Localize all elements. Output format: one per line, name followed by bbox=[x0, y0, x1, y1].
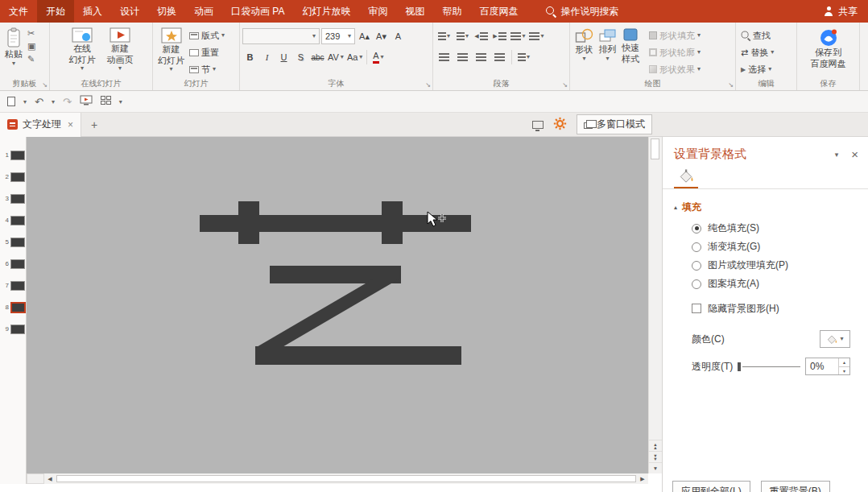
align-left-icon[interactable] bbox=[436, 50, 453, 65]
transparency-spinner[interactable]: 0% ▴ ▾ bbox=[805, 358, 850, 375]
decrease-indent-icon[interactable]: ◀ bbox=[473, 29, 490, 44]
vertical-scrollbar-thumb[interactable] bbox=[651, 139, 659, 159]
picture-texture-fill-radio[interactable]: 图片或纹理填充(P) bbox=[692, 256, 868, 275]
decrease-font-size-icon[interactable]: A▾ bbox=[374, 28, 389, 44]
strikethrough-button[interactable]: abc bbox=[310, 49, 325, 65]
clear-formatting-icon[interactable]: A bbox=[391, 28, 406, 44]
shape-outline-button[interactable]: 形状轮廓 ▾ bbox=[647, 45, 703, 60]
copy-icon[interactable]: ▣ bbox=[27, 42, 35, 51]
format-painter-icon[interactable]: ✎ bbox=[27, 55, 35, 64]
panel-close-icon[interactable]: × bbox=[851, 147, 858, 161]
align-right-icon[interactable] bbox=[473, 50, 490, 65]
online-slides-button[interactable]: 在线 幻灯片 ▾ bbox=[67, 26, 98, 73]
vertical-scrollbar[interactable]: ▴▴ ▾▾ ▼ bbox=[648, 137, 662, 473]
font-size-combo[interactable]: 239 ▾ bbox=[321, 28, 355, 44]
solid-fill-radio[interactable]: 纯色填充(S) bbox=[692, 219, 868, 238]
slide-thumbnail-3[interactable]: 3 bbox=[0, 188, 26, 209]
slide-thumbnail-2[interactable]: 2 bbox=[0, 166, 26, 188]
replace-button[interactable]: ⇄ 替换 ▾ bbox=[738, 45, 794, 60]
arrange-button[interactable]: 排列 ▾ bbox=[596, 26, 619, 76]
scroll-corner-box[interactable] bbox=[27, 473, 44, 484]
character-spacing-button[interactable]: AV▾ bbox=[327, 49, 345, 65]
cut-icon[interactable]: ✂ bbox=[27, 29, 35, 38]
reset-button[interactable]: 重置 bbox=[187, 45, 227, 60]
menu-slide-show[interactable]: 幻灯片放映 bbox=[293, 0, 359, 23]
align-center-icon[interactable] bbox=[454, 50, 471, 65]
menu-home[interactable]: 开始 bbox=[37, 0, 74, 23]
new-slide-button[interactable]: 新建 幻灯片 ▾ bbox=[155, 26, 187, 76]
color-picker-button[interactable]: ▾ bbox=[820, 330, 850, 348]
menu-insert[interactable]: 插入 bbox=[74, 0, 111, 23]
fill-tab[interactable] bbox=[674, 167, 698, 188]
slide-canvas[interactable]: 艺 bbox=[27, 137, 648, 473]
transparency-slider[interactable] bbox=[738, 361, 800, 372]
scroll-down-button[interactable]: ▼ bbox=[649, 462, 662, 473]
quick-styles-button[interactable]: 快速 样式 bbox=[619, 26, 642, 76]
numbering-icon[interactable]: ▾ bbox=[454, 29, 471, 44]
slider-thumb[interactable] bbox=[738, 362, 741, 371]
increase-indent-icon[interactable]: ▶ bbox=[491, 29, 508, 44]
pattern-fill-radio[interactable]: 图案填充(A) bbox=[692, 275, 868, 293]
horizontal-scrollbar[interactable]: ◀ ▶ bbox=[44, 473, 648, 484]
slide-thumbnail-6[interactable]: 6 bbox=[0, 253, 26, 275]
grid-view-icon[interactable] bbox=[101, 96, 111, 107]
undo-dropdown-icon[interactable]: ▾ bbox=[52, 98, 55, 105]
justify-icon[interactable] bbox=[491, 50, 508, 65]
slide-thumbnail-5[interactable]: 5 bbox=[0, 231, 26, 253]
find-button[interactable]: 查找 bbox=[738, 28, 794, 43]
increase-font-size-icon[interactable]: A▴ bbox=[357, 28, 372, 44]
bold-button[interactable]: B bbox=[242, 49, 258, 65]
shapes-button[interactable]: 形状 ▾ bbox=[572, 26, 596, 76]
menu-review[interactable]: 审阅 bbox=[359, 0, 396, 23]
previous-slide-button[interactable]: ▴▴ bbox=[649, 440, 662, 451]
menu-baidu-netdisk[interactable]: 百度网盘 bbox=[470, 0, 527, 23]
panel-options-icon[interactable]: ▾ bbox=[835, 151, 839, 159]
columns-icon[interactable]: ▾ bbox=[515, 50, 532, 65]
settings-gear-icon[interactable] bbox=[553, 117, 567, 133]
spinner-up-icon[interactable]: ▴ bbox=[839, 358, 849, 367]
select-button[interactable]: ▶ 选择 ▾ bbox=[738, 62, 794, 76]
customize-quick-access-icon[interactable]: ▾ bbox=[119, 98, 122, 105]
scroll-left-button[interactable]: ◀ bbox=[44, 476, 56, 482]
share-button[interactable]: 共享 bbox=[813, 0, 868, 23]
new-tab-button[interactable]: + bbox=[85, 115, 104, 134]
section-button[interactable]: 节 ▾ bbox=[187, 62, 227, 76]
line-spacing-icon[interactable]: ▾ bbox=[510, 29, 527, 44]
menu-pocket-animation-pa[interactable]: 口袋动画 PA bbox=[222, 0, 293, 23]
quick-paste-dropdown-icon[interactable]: ▾ bbox=[23, 98, 27, 105]
save-to-baidu-pan-button[interactable]: 保存到 百度网盘 bbox=[808, 26, 849, 70]
menu-help[interactable]: 帮助 bbox=[433, 0, 470, 23]
horizontal-scrollbar-thumb[interactable] bbox=[56, 475, 636, 482]
reset-background-button[interactable]: 重置背景(B) bbox=[761, 481, 830, 492]
slide-thumbnail-7[interactable]: 7 bbox=[0, 275, 26, 296]
hide-background-checkbox[interactable]: 隐藏背景图形(H) bbox=[663, 300, 868, 316]
font-color-button[interactable]: A▾ bbox=[370, 49, 386, 65]
menu-file[interactable]: 文件 bbox=[0, 0, 37, 23]
font-name-combo[interactable]: ▾ bbox=[242, 28, 320, 44]
layout-button[interactable]: 版式 ▾ bbox=[187, 28, 227, 43]
menu-view[interactable]: 视图 bbox=[396, 0, 433, 23]
paste-button[interactable]: 粘贴 ▾ bbox=[2, 26, 25, 68]
shape-fill-button[interactable]: 形状填充 ▾ bbox=[647, 28, 703, 43]
text-direction-icon[interactable]: ▾ bbox=[528, 29, 545, 44]
document-tab[interactable]: 文字处理 × bbox=[0, 113, 81, 137]
menu-transitions[interactable]: 切换 bbox=[148, 0, 185, 23]
gradient-fill-radio[interactable]: 渐变填充(G) bbox=[692, 238, 868, 256]
slide-thumbnail-4[interactable]: 4 bbox=[0, 209, 26, 231]
shape-effects-button[interactable]: 形状效果 ▾ bbox=[647, 62, 703, 76]
slide-thumbnail-1[interactable]: 1 bbox=[0, 144, 26, 166]
spinner-down-icon[interactable]: ▾ bbox=[839, 367, 849, 375]
underline-button[interactable]: U bbox=[276, 49, 291, 65]
menu-design[interactable]: 设计 bbox=[111, 0, 148, 23]
italic-button[interactable]: I bbox=[259, 49, 275, 65]
text-shadow-button[interactable]: S bbox=[293, 49, 308, 65]
slide-thumbnail-8-active[interactable]: 8 bbox=[0, 296, 26, 318]
tell-me-search[interactable]: 操作说明搜索 bbox=[538, 0, 626, 23]
multi-window-mode-button[interactable]: 多窗口模式 bbox=[577, 114, 652, 134]
reading-view-icon[interactable] bbox=[532, 121, 544, 129]
new-animation-page-button[interactable]: 新建 动画页 ▾ bbox=[105, 26, 136, 73]
bullets-icon[interactable]: ▾ bbox=[436, 29, 453, 44]
redo-icon[interactable]: ↷ bbox=[63, 97, 72, 107]
slide-thumbnail-9[interactable]: 9 bbox=[0, 318, 26, 340]
start-slideshow-icon[interactable] bbox=[80, 95, 93, 108]
